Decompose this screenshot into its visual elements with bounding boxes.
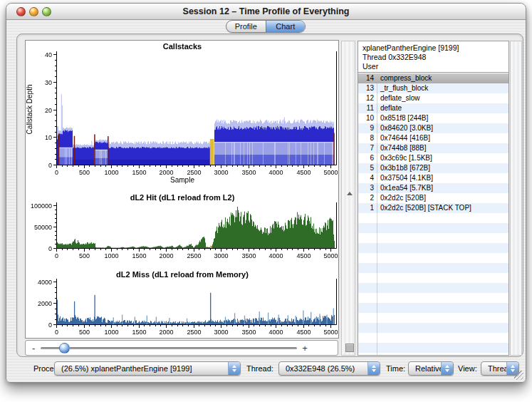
list-item[interactable]: 30x1ea54 [5.7KB] <box>358 183 508 193</box>
process-popup[interactable]: (26.5%) xplanetPantherEngine [9199] <box>54 361 241 376</box>
window-title: Session 12 – Time Profile of Everything <box>6 4 526 19</box>
list-item[interactable]: 60x3c69c [1.5KB] <box>358 153 508 163</box>
list-item[interactable]: 11deflate <box>358 103 508 113</box>
zoom-in-label[interactable]: + <box>302 343 308 354</box>
list-item-name: deflate_slow <box>374 93 420 103</box>
charts-panel <box>25 40 339 339</box>
minimize-button-icon[interactable] <box>29 7 38 16</box>
list-item-depth: 2 <box>358 193 374 203</box>
zoom-slider-bar: - + <box>25 340 338 356</box>
list-item-name: _tr_flush_block <box>374 83 428 93</box>
list-item-depth: 8 <box>358 133 374 143</box>
view-label: View: <box>458 361 477 376</box>
list-item-name: 0x3b1b8 [672B] <box>374 163 430 173</box>
tab-chart[interactable]: Chart <box>266 21 306 32</box>
callstack-list: 14compress_block13_tr_flush_block12defla… <box>358 73 508 355</box>
list-item[interactable]: 90x84620 [3.0KB] <box>358 123 508 133</box>
process-name-line: xplanetPantherEngine [9199] <box>363 43 504 53</box>
app-window: Session 12 – Time Profile of Everything … <box>6 3 526 383</box>
resize-grip[interactable] <box>514 371 523 380</box>
view-tab-control: Profile Chart <box>226 20 306 33</box>
list-item-name: 0x3c69c [1.5KB] <box>374 153 432 163</box>
popup-arrows-icon <box>441 362 453 375</box>
list-item-name: deflate <box>374 103 402 113</box>
list-item-name: compress_block <box>374 73 432 83</box>
content-well: - + xplanetPantherEngine [9199] Thread 0… <box>16 34 523 357</box>
list-item-name: 0x2d2c [520B] <box>374 193 426 203</box>
popup-arrows-icon <box>228 362 240 375</box>
list-item[interactable]: 100x851f8 [244B] <box>358 113 508 123</box>
time-popup[interactable]: Relative <box>408 361 454 376</box>
list-item-depth: 10 <box>358 113 374 123</box>
title-bar[interactable]: Session 12 – Time Profile of Everything <box>6 4 526 20</box>
list-item[interactable]: 40x37504 [4.1KB] <box>358 173 508 183</box>
vertical-scrollbar-track-charts[interactable] <box>341 41 355 356</box>
list-item-name: 0x744b8 [88B] <box>374 143 427 153</box>
list-item[interactable]: 13_tr_flush_block <box>358 83 508 93</box>
time-popup-value: Relative <box>415 364 444 373</box>
zoom-button-icon[interactable] <box>42 7 51 16</box>
mode-line: User <box>363 62 504 71</box>
window-controls <box>16 7 51 16</box>
popup-arrows-icon <box>367 362 380 375</box>
list-item-depth: 4 <box>358 173 374 183</box>
list-item[interactable]: 70x744b8 [88B] <box>358 143 508 153</box>
splitter-handle[interactable] <box>345 344 354 352</box>
list-item-depth: 5 <box>358 163 374 173</box>
list-item-depth: 7 <box>358 143 374 153</box>
list-item[interactable]: 50x3b1b8 [672B] <box>358 163 508 173</box>
vertical-scrollbar-track-list[interactable] <box>510 41 522 356</box>
list-item-name: 0x2d2c [520B] [STACK TOP] <box>374 203 471 213</box>
list-item-name: 0x851f8 [244B] <box>374 113 428 123</box>
view-popup[interactable]: Thread <box>481 361 519 376</box>
list-item-depth: 13 <box>358 83 374 93</box>
zoom-slider-thumb[interactable] <box>59 343 70 354</box>
thread-label: Thread: <box>246 361 273 376</box>
close-button-icon[interactable] <box>16 7 26 16</box>
charts-canvas[interactable] <box>26 41 338 338</box>
list-item-name: 0x37504 [4.1KB] <box>374 173 433 183</box>
tab-profile[interactable]: Profile <box>226 21 266 32</box>
list-item-depth: 6 <box>358 153 374 163</box>
list-item[interactable]: 20x2d2c [520B] <box>358 193 508 203</box>
list-item[interactable]: 10x2d2c [520B] [STACK TOP] <box>358 203 508 213</box>
thread-popup[interactable]: 0x332E948 (26.5%) <box>278 361 380 376</box>
time-label: Time: <box>386 361 405 376</box>
thread-popup-value: 0x332E948 (26.5%) <box>286 364 355 373</box>
zoom-slider-track[interactable] <box>41 347 297 349</box>
list-item[interactable]: 12deflate_slow <box>358 93 508 103</box>
list-item-depth: 12 <box>358 93 374 103</box>
scroll-up-arrow-icon[interactable] <box>347 192 353 195</box>
list-item[interactable]: 14compress_block <box>358 73 508 83</box>
list-item-name: 0x74644 [416B] <box>374 133 430 143</box>
list-item-name: 0x84620 [3.0KB] <box>374 123 433 133</box>
list-item-depth: 9 <box>358 123 374 133</box>
list-item-depth: 11 <box>358 103 374 113</box>
list-item-depth: 1 <box>358 203 374 213</box>
callstack-header: xplanetPantherEngine [9199] Thread 0x332… <box>358 41 508 73</box>
zoom-out-label[interactable]: - <box>32 343 35 354</box>
thread-line: Thread 0x332E948 <box>363 53 504 62</box>
list-item[interactable]: 80x74644 [416B] <box>358 133 508 143</box>
process-popup-value: (26.5%) xplanetPantherEngine [9199] <box>61 364 192 373</box>
list-item-depth: 3 <box>358 183 374 193</box>
list-item-name: 0x1ea54 [5.7KB] <box>374 183 433 193</box>
list-item-depth: 14 <box>358 73 374 83</box>
callstack-inspector: xplanetPantherEngine [9199] Thread 0x332… <box>358 41 509 356</box>
